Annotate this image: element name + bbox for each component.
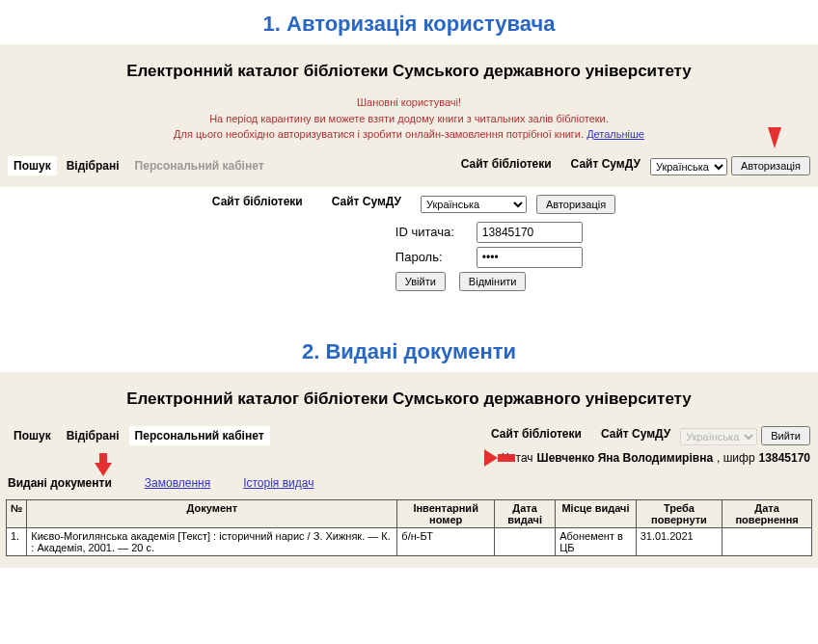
th-doc: Документ xyxy=(27,499,397,527)
topbar2: Пошук Відібрані Персональний кабінет Сай… xyxy=(0,422,818,447)
step1-header: Електронний каталог бібліотеки Сумського… xyxy=(0,52,818,94)
notice-block: Шановні користувачі! На період карантину… xyxy=(0,94,818,152)
step1-panel: Електронний каталог бібліотеки Сумського… xyxy=(0,44,818,187)
notice-line2: На період карантину ви можете взяти додо… xyxy=(209,113,609,124)
login-area: Сайт бібліотеки Сайт СумДУ Українська Ав… xyxy=(0,191,818,299)
tabs1: Пошук Відібрані Персональний кабінет xyxy=(8,156,270,175)
th-issue-date: Дата видачі xyxy=(494,499,555,527)
subtab-history[interactable]: Історія видач xyxy=(243,476,314,490)
site-sumdu-link[interactable]: Сайт СумДУ xyxy=(561,157,650,174)
topbar1: Пошук Відібрані Персональний кабінет Сай… xyxy=(0,152,818,175)
cancel-button[interactable]: Відмінити xyxy=(459,272,527,291)
cell-issue-date xyxy=(494,527,555,555)
cell-due: 31.01.2021 xyxy=(636,527,723,555)
login-site-lib[interactable]: Сайт бібліотеки xyxy=(203,195,313,212)
step2-panel: Електронний каталог бібліотеки Сумського… xyxy=(0,372,818,568)
cell-return xyxy=(723,527,812,555)
th-num: № xyxy=(7,499,27,527)
notice-line3: Для цього необхідно авторизуватися і зро… xyxy=(174,128,586,140)
notice-line1: Шановні користувачі! xyxy=(357,96,461,108)
tab2-selected[interactable]: Відібрані xyxy=(61,426,125,445)
th-inv: Інвентарний номер xyxy=(397,499,495,527)
site2-library-link[interactable]: Сайт бібліотеки xyxy=(481,427,591,444)
reader-id-input[interactable] xyxy=(477,222,583,243)
reader-id-label: ID читача: xyxy=(395,225,471,239)
login-site-sumdu[interactable]: Сайт СумДУ xyxy=(322,195,411,212)
auth-button[interactable]: Авторизація xyxy=(731,156,810,175)
arrow-down-sm-icon xyxy=(95,453,112,476)
cell-place: Абонемент в ЦБ xyxy=(556,527,636,555)
tab-search[interactable]: Пошук xyxy=(8,156,57,175)
reader-info: Читач Шевченко Яна Володимирівна, шифр 1… xyxy=(0,447,818,470)
step1-title: 1. Авторизація користувача xyxy=(0,0,818,44)
site2-sumdu-link[interactable]: Сайт СумДУ xyxy=(591,427,680,444)
lang-select[interactable]: Українська xyxy=(650,158,727,175)
cell-inv: б/н-БТ xyxy=(397,527,495,555)
notice-more-link[interactable]: Детальніше xyxy=(586,128,644,140)
tab2-cabinet[interactable]: Персональний кабінет xyxy=(129,426,270,445)
tab-cabinet[interactable]: Персональний кабінет xyxy=(129,156,270,175)
documents-table: № Документ Інвентарний номер Дата видачі… xyxy=(6,499,812,556)
site-library-link[interactable]: Сайт бібліотеки xyxy=(451,157,561,174)
tabs2: Пошук Відібрані Персональний кабінет xyxy=(8,426,270,445)
cell-num: 1. xyxy=(7,527,27,555)
login-bar: Сайт бібліотеки Сайт СумДУ Українська Ав… xyxy=(203,191,615,218)
login-auth-button[interactable]: Авторизація xyxy=(536,195,615,214)
tab-selected[interactable]: Відібрані xyxy=(61,156,125,175)
tab2-search[interactable]: Пошук xyxy=(8,426,57,445)
subtab-issued[interactable]: Видані документи xyxy=(8,476,112,490)
arrow-down-icon xyxy=(768,127,781,148)
th-due: Треба повернути xyxy=(636,499,723,527)
reader-code-label: , шифр xyxy=(717,451,755,465)
th-return: Дата повернення xyxy=(723,499,812,527)
password-input[interactable] xyxy=(477,247,583,268)
table-row: 1. Києво-Могилянська академія [Текст] : … xyxy=(7,527,812,555)
th-place: Місце видачі xyxy=(556,499,636,527)
reader-code: 13845170 xyxy=(759,451,810,465)
login-button[interactable]: Увійти xyxy=(395,272,446,291)
subtabs: Видані документи Замовлення Історія вида… xyxy=(0,470,818,499)
reader-name: Шевченко Яна Володимирівна xyxy=(537,451,713,465)
password-label: Пароль: xyxy=(395,250,471,264)
login-lang-select[interactable]: Українська xyxy=(421,196,527,213)
logout-button[interactable]: Вийти xyxy=(761,426,810,445)
cell-doc: Києво-Могилянська академія [Текст] : іст… xyxy=(27,527,397,555)
lang2-select[interactable]: Українська xyxy=(680,428,757,445)
arrow-right-icon xyxy=(469,449,498,467)
step2-title: 2. Видані документи xyxy=(0,328,818,372)
step2-header: Електронний каталог бібліотеки Сумського… xyxy=(0,380,818,422)
subtab-orders[interactable]: Замовлення xyxy=(145,476,210,490)
login-fields: ID читача: Пароль: xyxy=(395,222,615,268)
